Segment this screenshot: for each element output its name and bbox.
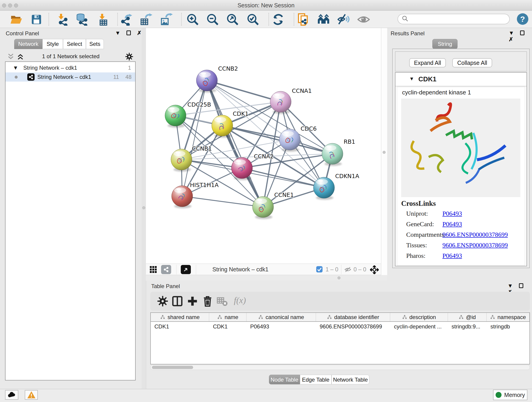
panel-close-icon[interactable]: ✗ (137, 30, 142, 36)
export-table-icon[interactable] (140, 13, 152, 26)
export-image-icon[interactable] (160, 13, 173, 26)
import-network-icon[interactable] (56, 13, 68, 26)
tab-network-table[interactable]: Network Table (331, 375, 369, 384)
gene-expand-icon[interactable]: ▼ (409, 76, 414, 82)
birdseye-grid-icon[interactable] (149, 265, 157, 274)
scrollbar-thumb[interactable] (152, 366, 193, 369)
cell-0[interactable]: CDK1 (151, 322, 209, 331)
node-CDKN1A[interactable]: CDKN1A (313, 173, 359, 200)
node-CDC25B[interactable]: CDC25B (165, 101, 211, 128)
tab-edge-table[interactable]: Edge Table (300, 375, 331, 384)
open-in-browser-icon[interactable] (181, 265, 191, 274)
tab-style[interactable]: Style (42, 39, 63, 49)
column-header-id[interactable]: @id (448, 313, 487, 321)
edge-HIST1H1A-CCNE1[interactable] (182, 196, 263, 207)
column-header-name[interactable]: name (209, 313, 247, 321)
cell-4[interactable]: cyclin-dependent ... (390, 322, 448, 331)
delete-column-trash-icon[interactable] (202, 295, 214, 307)
import-database-icon[interactable] (75, 13, 88, 26)
panel-collapse-icon[interactable]: ▼ (509, 30, 514, 36)
memory-button[interactable]: Memory (493, 390, 527, 400)
column-header-sharedname[interactable]: shared name (151, 313, 209, 321)
warning-icon[interactable] (25, 390, 38, 400)
pan-crosshair-icon[interactable] (370, 265, 379, 275)
show-eye-icon[interactable] (357, 13, 370, 26)
tab-sets[interactable]: Sets (86, 39, 104, 49)
table-horizontal-scrollbar[interactable] (150, 365, 530, 370)
refresh-icon[interactable] (272, 13, 284, 26)
crosslink-compartments-link[interactable]: 9606.ENSP00000378699 (443, 231, 508, 238)
control-panel-title: Control Panel (6, 30, 39, 37)
network-canvas[interactable]: CCNB2CCNA1CDC25BCDK1CDC6RB1CCNB1CCNA2CDK… (146, 28, 381, 264)
left-panel-splitter[interactable] (142, 28, 146, 389)
node-CCNB2[interactable]: CCNB2 (196, 65, 238, 93)
edge-CCNB2-CCNA1[interactable] (207, 80, 281, 102)
status-bar: Memory (0, 389, 532, 402)
show-columns-icon[interactable] (171, 295, 183, 307)
cloud-icon[interactable] (5, 390, 18, 400)
tab-network[interactable]: Network (14, 39, 42, 49)
tab-select[interactable]: Select (63, 39, 86, 49)
delete-table-icon (216, 295, 228, 307)
search-field[interactable] (411, 16, 509, 22)
search-input[interactable] (398, 14, 510, 24)
network-collection-row[interactable]: ▼ String Network – cdk1 1 (6, 63, 135, 72)
column-header-canonicalname[interactable]: canonical name (247, 313, 316, 321)
edge-CCNB2-HIST1H1A[interactable] (182, 80, 207, 196)
crosslink-pharos-link[interactable]: P06493 (443, 252, 462, 259)
cell-6[interactable]: stringdb (487, 322, 530, 331)
panel-collapse-icon[interactable]: ▼ (115, 30, 120, 36)
clone-network-icon[interactable] (297, 13, 309, 26)
cell-5[interactable]: stringdb:9... (448, 322, 487, 331)
crosslink-genecard-link[interactable]: P06493 (443, 220, 462, 228)
hide-glasses-icon[interactable] (337, 13, 350, 26)
node-RB1[interactable]: RB1 (322, 138, 355, 166)
tab-node-table[interactable]: Node Table (269, 375, 300, 384)
panel-close-icon[interactable]: ✗ (509, 36, 513, 43)
node-HIST1H1A[interactable]: HIST1H1A (172, 182, 219, 208)
table-settings-gear-icon[interactable] (157, 295, 169, 307)
string-home-icon[interactable] (317, 13, 330, 26)
add-column-icon[interactable] (186, 295, 198, 307)
column-header-namespace[interactable]: namespace (487, 313, 530, 321)
selected-count-label: 1 – 0 (326, 266, 338, 273)
gene-section-header[interactable]: ▼ CDK1 (395, 73, 526, 86)
save-session-icon[interactable] (30, 13, 43, 26)
selected-checkbox-icon[interactable] (316, 266, 323, 274)
collection-expand-icon[interactable]: ▼ (13, 65, 18, 71)
collapse-all-button[interactable]: Collapse All (452, 58, 492, 67)
node-CCNE1[interactable]: CCNE1 (253, 191, 294, 219)
panel-float-icon[interactable] (519, 283, 523, 288)
panel-float-icon[interactable] (127, 31, 131, 35)
table-row[interactable]: CDK1CDK1P064939606.ENSP00000378699cyclin… (151, 322, 530, 331)
network-options-gear-icon[interactable] (125, 52, 133, 62)
panel-float-icon[interactable] (520, 31, 525, 35)
node-label-CCNE1: CCNE1 (274, 191, 294, 198)
column-header-databaseidentifier[interactable]: database identifier (316, 313, 390, 321)
zoom-fit-icon[interactable] (226, 13, 239, 26)
open-file-icon[interactable] (10, 13, 22, 26)
cell-3[interactable]: 9606.ENSP00000378699 (316, 322, 390, 331)
help-icon[interactable]: ? (517, 13, 528, 25)
column-header-description[interactable]: description (390, 313, 448, 321)
expand-all-button[interactable]: Expand All (409, 58, 446, 67)
crosslink-uniprot-link[interactable]: P06493 (443, 210, 462, 217)
window-title: Session: New Session (0, 2, 532, 9)
zoom-selected-icon[interactable] (247, 13, 259, 26)
tab-string[interactable]: String (432, 39, 457, 49)
string-view-toggle-icon[interactable] (161, 265, 171, 274)
node-CCNA1[interactable]: CCNA1 (270, 88, 312, 114)
memory-status-dot (496, 392, 501, 398)
import-table-icon[interactable] (96, 13, 109, 26)
results-panel-splitter[interactable] (381, 28, 387, 275)
main-toolbar: ? (0, 11, 532, 28)
zoom-in-icon[interactable] (186, 13, 199, 26)
network-view-toolbar: String Network – cdk1 1 – 0 0 – 0 (146, 264, 381, 275)
cell-1[interactable]: CDK1 (209, 322, 247, 331)
network-row[interactable]: String Network – cdk1 11 48 (6, 72, 135, 82)
crosslink-tissues-link[interactable]: 9606.ENSP00000378699 (443, 242, 508, 249)
cell-2[interactable]: P06493 (247, 322, 316, 331)
export-network-icon[interactable] (120, 13, 133, 26)
panel-collapse-icon[interactable]: ▼ (507, 283, 513, 289)
zoom-out-icon[interactable] (206, 13, 219, 26)
